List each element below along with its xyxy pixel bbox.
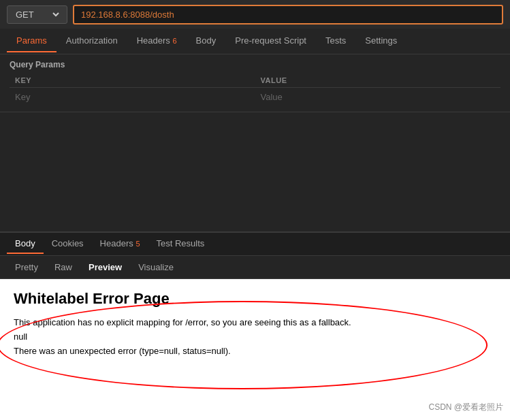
request-tabs: Params Authorization Headers 6 Body Pre-… bbox=[0, 29, 510, 54]
response-tabs: Body Cookies Headers 5 Test Results bbox=[0, 231, 510, 256]
key-cell[interactable]: Key bbox=[10, 88, 255, 107]
tab-pre-request-script[interactable]: Pre-request Script bbox=[225, 30, 316, 52]
error-line1: This application has no explicit mapping… bbox=[14, 316, 496, 330]
table-row: Key Value bbox=[10, 88, 500, 107]
error-line2: null bbox=[14, 330, 496, 344]
tab-tests[interactable]: Tests bbox=[316, 30, 355, 52]
preview-tab-raw[interactable]: Raw bbox=[46, 258, 80, 276]
response-tab-body[interactable]: Body bbox=[7, 234, 44, 254]
url-input[interactable] bbox=[73, 5, 503, 25]
response-tab-test-results[interactable]: Test Results bbox=[148, 234, 213, 254]
method-dropdown[interactable]: GET POST PUT DELETE PATCH bbox=[13, 9, 61, 20]
preview-tab-visualize[interactable]: Visualize bbox=[130, 258, 182, 276]
upper-panel: Query Params KEY VALUE Key Value bbox=[0, 54, 510, 231]
preview-tabs: Pretty Raw Preview Visualize bbox=[0, 256, 510, 279]
error-line3: There was an unexpected error (type=null… bbox=[14, 344, 496, 359]
tab-body[interactable]: Body bbox=[187, 30, 226, 52]
watermark: CSDN @爱看老照片 bbox=[428, 402, 503, 413]
tab-settings[interactable]: Settings bbox=[355, 30, 407, 52]
method-select[interactable]: GET POST PUT DELETE PATCH bbox=[7, 5, 67, 24]
preview-tab-preview[interactable]: Preview bbox=[80, 258, 130, 276]
preview-tab-pretty[interactable]: Pretty bbox=[7, 258, 46, 276]
tab-params[interactable]: Params bbox=[7, 30, 57, 52]
query-params-title: Query Params bbox=[10, 60, 500, 69]
params-table: KEY VALUE Key Value bbox=[10, 74, 500, 106]
response-tab-cookies[interactable]: Cookies bbox=[44, 234, 92, 254]
col-header-key: KEY bbox=[10, 74, 255, 88]
query-params-section: Query Params KEY VALUE Key Value bbox=[0, 54, 510, 112]
error-title: Whitelabel Error Page bbox=[14, 290, 496, 308]
tab-headers[interactable]: Headers 6 bbox=[127, 30, 187, 52]
col-header-value: VALUE bbox=[255, 74, 501, 88]
tab-authorization[interactable]: Authorization bbox=[57, 30, 127, 52]
url-bar: GET POST PUT DELETE PATCH bbox=[0, 0, 510, 29]
value-cell[interactable]: Value bbox=[255, 88, 501, 107]
response-tab-headers[interactable]: Headers 5 bbox=[92, 234, 148, 254]
preview-content: Whitelabel Error Page This application h… bbox=[0, 279, 510, 420]
error-body: This application has no explicit mapping… bbox=[14, 316, 496, 358]
